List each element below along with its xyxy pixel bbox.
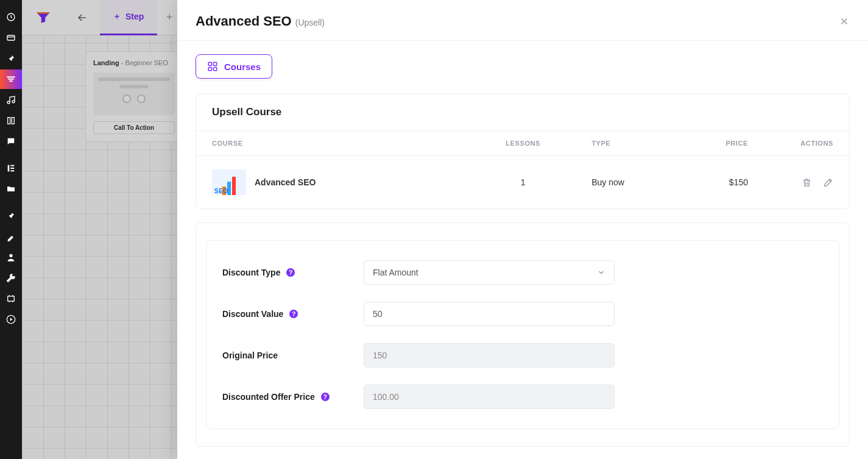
panel-header: Advanced SEO (Upsell) [177, 0, 868, 41]
funnel-active-icon[interactable] [0, 69, 22, 89]
help-icon[interactable]: ? [321, 393, 330, 401]
th-type: Type [576, 131, 678, 156]
row-actions [780, 177, 833, 188]
courses-button-label: Courses [224, 62, 261, 72]
svg-rect-18 [208, 68, 211, 71]
row-original-price: Original Price [219, 335, 827, 376]
course-cell: SEO Advanced SEO [212, 169, 454, 195]
row-discount-type: Discount Type ? Flat Amount [219, 252, 827, 293]
svg-rect-1 [7, 35, 15, 40]
label-original-price: Original Price [222, 350, 278, 360]
library-icon[interactable] [0, 111, 22, 130]
course-table: Course Lessons Type Price Actions [196, 130, 849, 208]
folder-icon[interactable] [0, 179, 22, 199]
pricing-form: Discount Type ? Flat Amount Discount Val… [196, 222, 850, 447]
dashboard-icon[interactable] [0, 7, 22, 27]
label-discount-type: Discount Type [222, 268, 280, 277]
elementor-icon[interactable] [0, 158, 22, 178]
th-price: Price [678, 131, 764, 156]
original-price-input [364, 343, 615, 368]
svg-rect-4 [9, 80, 12, 82]
svg-rect-9 [8, 165, 10, 172]
th-actions: Actions [764, 131, 849, 156]
upsell-course-section: Upsell Course Course Lessons Type Price … [196, 93, 850, 209]
svg-point-5 [7, 101, 10, 104]
svg-rect-3 [8, 79, 13, 80]
svg-point-6 [12, 101, 15, 103]
svg-rect-16 [208, 62, 211, 65]
lessons-value: 1 [470, 156, 576, 209]
table-row: SEO Advanced SEO 1 Buy now $150 [196, 156, 849, 209]
course-thumbnail: SEO [212, 169, 246, 195]
appearance-icon[interactable] [0, 227, 22, 246]
svg-rect-19 [214, 68, 217, 71]
grid-icon [207, 61, 218, 72]
discount-type-select[interactable]: Flat Amount [364, 260, 615, 285]
settings-icon[interactable] [0, 289, 22, 308]
chevron-down-icon [597, 268, 605, 277]
row-discount-value: Discount Value ? [219, 293, 827, 335]
help-icon[interactable]: ? [286, 268, 295, 277]
panel-title: Advanced SEO (Upsell) [196, 13, 325, 29]
th-course: Course [196, 131, 470, 156]
panel-body: Courses Upsell Course Course Lessons Typ… [177, 41, 868, 459]
pin-icon[interactable] [0, 49, 22, 68]
discounted-price-input [364, 385, 615, 409]
settings-panel: Advanced SEO (Upsell) Courses Upsell Cou… [177, 0, 868, 459]
svg-rect-12 [10, 170, 14, 171]
svg-rect-11 [10, 168, 14, 169]
users-icon[interactable] [0, 247, 22, 267]
svg-rect-14 [8, 296, 15, 301]
courses-button[interactable]: Courses [196, 54, 272, 79]
tools-icon[interactable] [0, 268, 22, 288]
chat-icon[interactable] [0, 132, 22, 151]
price-value: $150 [678, 156, 764, 209]
svg-rect-10 [10, 165, 14, 166]
svg-rect-7 [8, 118, 10, 124]
label-discount-value: Discount Value [222, 309, 283, 319]
payments-icon[interactable] [0, 28, 22, 48]
svg-rect-8 [12, 118, 14, 124]
label-discounted-price: Discounted Offer Price [222, 392, 315, 402]
media-icon[interactable] [0, 90, 22, 110]
delete-button[interactable] [802, 177, 812, 188]
svg-point-13 [9, 254, 12, 257]
th-lessons: Lessons [470, 131, 576, 156]
app-sidebar [0, 0, 22, 459]
type-value: Buy now [576, 156, 678, 209]
section-title: Upsell Course [196, 94, 849, 130]
edit-button[interactable] [823, 177, 833, 188]
play-icon[interactable] [0, 310, 22, 329]
svg-rect-2 [7, 76, 15, 77]
help-icon[interactable]: ? [289, 310, 298, 318]
discount-value-input[interactable] [364, 302, 615, 326]
plugins-icon[interactable] [0, 206, 22, 226]
row-discounted-price: Discounted Offer Price ? [219, 376, 827, 418]
close-button[interactable] [839, 16, 850, 27]
svg-rect-17 [214, 62, 217, 65]
course-name: Advanced SEO [255, 177, 316, 187]
